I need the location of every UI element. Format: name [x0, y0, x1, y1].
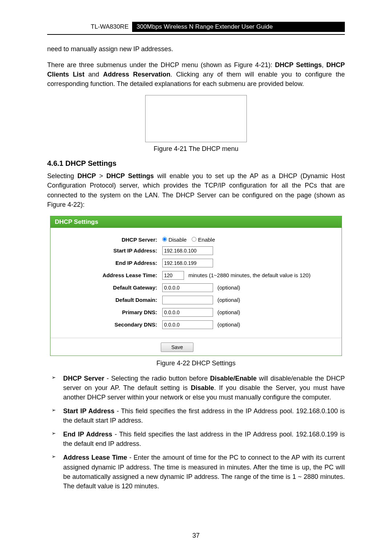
section-paragraph: Selecting DHCP > DHCP Settings will enab… [47, 171, 345, 209]
radio-disable-label[interactable]: Disable [162, 237, 187, 243]
section-heading: 4.6.1 DHCP Settings [47, 159, 345, 168]
dhcp-settings-panel: DHCP Settings DHCP Server: Disable Enabl… [50, 216, 342, 356]
panel-title: DHCP Settings [50, 216, 342, 228]
bullet-lease-time: Address Lease Time - Enter the amount of… [49, 453, 345, 491]
radio-disable[interactable] [162, 237, 167, 242]
term: Address Lease Time [63, 454, 127, 461]
primary-dns-input[interactable] [162, 308, 213, 317]
domain-hint: (optional) [217, 297, 240, 303]
row-secondary-dns: Secondary DNS: (optional) [57, 320, 335, 329]
breadcrumb-dhcp-settings: DHCP Settings [106, 172, 154, 180]
text: There are three submenus under the DHCP … [47, 61, 275, 69]
text: , [322, 61, 326, 69]
breadcrumb-dhcp: DHCP [77, 172, 96, 180]
row-end-ip: End IP Address: [57, 259, 335, 267]
row-start-ip: Start IP Address: [57, 246, 335, 255]
term: Start IP Address [63, 407, 114, 415]
term: End IP Address [63, 431, 112, 438]
text: Selecting [47, 172, 77, 180]
label-start-ip: Start IP Address: [57, 247, 162, 254]
bullet-start-ip: Start IP Address - This field specifies … [49, 406, 345, 425]
text: and [85, 71, 103, 78]
row-gateway: Default Gateway: (optional) [57, 283, 335, 292]
header-divider [47, 34, 345, 35]
intro-paragraph: There are three submenus under the DHCP … [47, 60, 345, 89]
panel-body: DHCP Server: Disable Enable Start IP Add… [50, 228, 342, 338]
text: - Selecting the radio button before [104, 375, 210, 382]
figure-4-21-caption: Figure 4-21 The DHCP menu [47, 145, 345, 153]
doc-header: TL-WA830RE 300Mbps Wireless N Range Exte… [47, 22, 345, 32]
figure-4-21-placeholder [145, 95, 247, 142]
label-secondary-dns: Secondary DNS: [57, 321, 162, 328]
gateway-input[interactable] [162, 283, 213, 292]
row-primary-dns: Primary DNS: (optional) [57, 308, 335, 317]
bullet-end-ip: End IP Address - This field specifies th… [49, 430, 345, 448]
secondary-dns-hint: (optional) [217, 321, 240, 328]
lease-time-input[interactable] [162, 271, 184, 280]
save-button[interactable]: Save [161, 342, 193, 352]
start-ip-input[interactable] [162, 246, 213, 255]
intro-line: need to manually assign new IP addresses… [47, 44, 345, 54]
row-dhcp-server: DHCP Server: Disable Enable [57, 237, 335, 243]
radio-enable-text: Enable [198, 237, 215, 243]
page-number: 37 [0, 532, 392, 539]
label-end-ip: End IP Address: [57, 260, 162, 266]
gateway-hint: (optional) [217, 284, 240, 291]
radio-disable-text: Disable [168, 237, 187, 243]
text: > [96, 172, 106, 180]
row-lease-time: Address Lease Time: minutes (1~2880 minu… [57, 271, 335, 280]
secondary-dns-input[interactable] [162, 320, 213, 329]
term: Disable/Enable [210, 375, 257, 382]
dhcp-server-radio-group: Disable Enable [162, 237, 219, 243]
figure-4-22-caption: Figure 4-22 DHCP Settings [47, 360, 345, 367]
radio-enable[interactable] [192, 237, 196, 242]
save-row: Save [50, 338, 342, 356]
menu-name-address-reservation: Address Reservation [103, 71, 171, 78]
label-gateway: Default Gateway: [57, 284, 162, 291]
term: DHCP Server [63, 375, 104, 382]
primary-dns-hint: (optional) [217, 309, 240, 315]
lease-hint: minutes (1~2880 minutes, the default val… [188, 272, 310, 278]
term: Disable [191, 384, 214, 391]
row-domain: Default Domain: (optional) [57, 296, 335, 304]
doc-title: 300Mbps Wireless N Range Extender User G… [132, 22, 345, 32]
bullet-list: DHCP Server - Selecting the radio button… [47, 374, 345, 491]
domain-input[interactable] [162, 296, 213, 304]
label-primary-dns: Primary DNS: [57, 309, 162, 315]
label-lease-time: Address Lease Time: [57, 272, 162, 278]
model-label: TL-WA830RE [47, 22, 132, 32]
end-ip-input[interactable] [162, 259, 213, 267]
label-domain: Default Domain: [57, 297, 162, 303]
radio-enable-label[interactable]: Enable [192, 237, 215, 243]
bullet-dhcp-server: DHCP Server - Selecting the radio button… [49, 374, 345, 402]
menu-name-dhcp-settings: DHCP Settings [275, 61, 322, 69]
label-dhcp-server: DHCP Server: [57, 237, 162, 243]
